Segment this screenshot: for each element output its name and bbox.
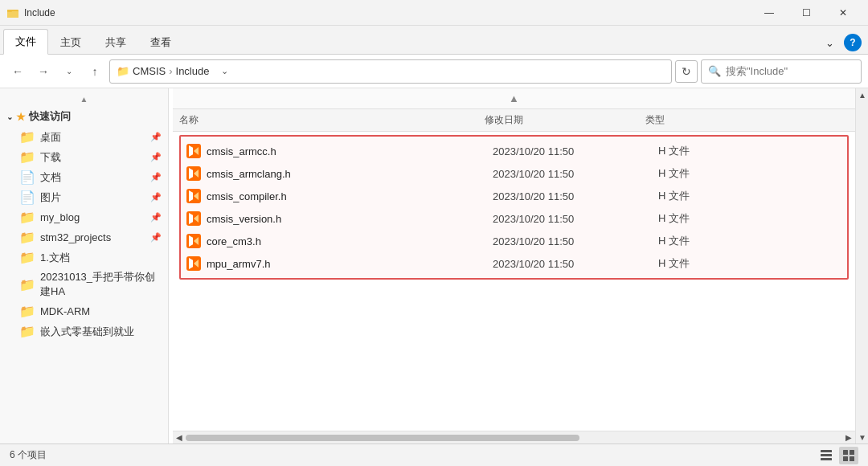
details-view-button[interactable]: [817, 447, 836, 464]
pin-icon-pictures: 📌: [150, 192, 162, 202]
sidebar-item-downloads[interactable]: 📁 下载 📌: [0, 147, 168, 167]
sidebar-quick-access-header[interactable]: ⌄ ★ 快速访问: [0, 106, 168, 127]
back-button[interactable]: ←: [6, 60, 29, 83]
file-date-5: 2023/10/20 11:50: [493, 258, 653, 270]
title-bar: Include — ☐ ✕: [0, 0, 868, 26]
sublime-text-icon: [186, 211, 201, 226]
sidebar-item-doc1[interactable]: 📁 1.文档: [0, 247, 168, 268]
file-type-2: H 文件: [658, 189, 842, 203]
col-type-header[interactable]: 类型: [645, 113, 849, 127]
tab-view[interactable]: 查看: [138, 30, 183, 55]
address-box[interactable]: 📁 CMSIS › Include ⌄: [109, 59, 672, 84]
sidebar-item-20231013[interactable]: 📁 20231013_手把手带你创建HA: [0, 268, 168, 301]
table-row[interactable]: cmsis_compiler.h 2023/10/20 11:50 H 文件: [181, 185, 847, 207]
address-dropdown-button[interactable]: ⌄: [215, 60, 233, 83]
file-type-0: H 文件: [658, 144, 842, 158]
hscroll-thumb[interactable]: [186, 435, 579, 441]
file-area: ▲ 名称 修改日期 类型 cmsis_armcc.h 2023/10/20 11…: [173, 88, 855, 444]
pin-icon-documents: 📌: [150, 172, 162, 182]
sidebar-item-embedded[interactable]: 📁 嵌入式零基础到就业: [0, 321, 168, 341]
search-box[interactable]: 🔍: [701, 59, 862, 84]
sidebar-item-label-20231013: 20231013_手把手带你创建HA: [40, 270, 162, 299]
sidebar-item-stm32[interactable]: 📁 stm32_projects 📌: [0, 227, 168, 247]
sublime-text-icon: [186, 166, 201, 181]
ribbon-collapse-button[interactable]: ⌄: [818, 31, 841, 54]
tab-home[interactable]: 主页: [48, 30, 93, 55]
vertical-scrollbar[interactable]: ▲ ▼: [855, 88, 868, 444]
col-name-header[interactable]: 名称: [179, 113, 485, 127]
quick-access-arrow: ⌄: [6, 112, 13, 121]
svg-rect-9: [850, 456, 854, 461]
tab-share[interactable]: 共享: [93, 30, 138, 55]
pin-icon-stm32: 📌: [150, 232, 162, 243]
sort-arrow-up[interactable]: ▲: [179, 92, 849, 104]
file-name-3: cmsis_version.h: [207, 213, 488, 225]
sidebar-item-label-stm32: stm32_projects: [40, 231, 111, 243]
maximize-button[interactable]: ☐: [788, 0, 825, 26]
folder-icon-myblog: 📁: [19, 210, 35, 225]
svg-rect-7: [850, 450, 854, 455]
sidebar-item-desktop[interactable]: 📁 桌面 📌: [0, 127, 168, 147]
col-date-header[interactable]: 修改日期: [485, 113, 645, 127]
file-type-1: H 文件: [658, 166, 842, 181]
address-folder-icon: 📁: [117, 65, 129, 77]
table-row[interactable]: mpu_armv7.h 2023/10/20 11:50 H 文件: [181, 252, 847, 275]
search-input[interactable]: [726, 65, 861, 77]
help-button[interactable]: ?: [844, 34, 862, 51]
file-name-4: core_cm3.h: [207, 235, 488, 247]
sidebar-scroll-up[interactable]: ▲: [0, 92, 168, 106]
sublime-text-icon: [186, 256, 201, 271]
hscroll-right-button[interactable]: ▶: [842, 431, 855, 444]
vscroll-down-button[interactable]: ▼: [856, 431, 868, 444]
breadcrumb-cmsis[interactable]: CMSIS: [133, 65, 166, 77]
main-area: ▲ ⌄ ★ 快速访问 📁 桌面 📌 📁 下载 📌 📄 文档 📌 📄 图片 📌 �: [0, 88, 868, 444]
file-name-2: cmsis_compiler.h: [207, 190, 488, 202]
folder-icon-title: [6, 6, 19, 19]
sidebar-item-pictures[interactable]: 📄 图片 📌: [0, 187, 168, 207]
sidebar-item-documents[interactable]: 📄 文档 📌: [0, 167, 168, 187]
sidebar: ▲ ⌄ ★ 快速访问 📁 桌面 📌 📁 下载 📌 📄 文档 📌 📄 图片 📌 �: [0, 88, 169, 444]
table-row[interactable]: cmsis_version.h 2023/10/20 11:50 H 文件: [181, 207, 847, 230]
up-button[interactable]: ↑: [84, 60, 106, 83]
hscroll-track[interactable]: [186, 431, 842, 444]
ribbon-right-controls: ⌄ ?: [818, 31, 868, 54]
sidebar-item-myblog[interactable]: 📁 my_blog 📌: [0, 207, 168, 227]
tiles-view-button[interactable]: [839, 447, 858, 464]
file-date-4: 2023/10/20 11:50: [493, 235, 653, 247]
svg-rect-8: [843, 456, 848, 461]
sidebar-item-label-mdkarm: MDK-ARM: [40, 305, 90, 317]
file-icon-4: [186, 233, 202, 249]
sidebar-item-label-downloads: 下载: [40, 150, 61, 165]
table-row[interactable]: core_cm3.h 2023/10/20 11:50 H 文件: [181, 230, 847, 252]
svg-rect-1: [7, 11, 18, 18]
pin-icon-myblog: 📌: [150, 212, 162, 223]
file-date-0: 2023/10/20 11:50: [493, 145, 653, 157]
file-name-0: cmsis_armcc.h: [207, 145, 488, 157]
file-icon-0: [186, 143, 202, 159]
minimize-button[interactable]: —: [751, 0, 788, 26]
svg-rect-6: [843, 450, 848, 455]
table-row[interactable]: cmsis_armcc.h 2023/10/20 11:50 H 文件: [181, 140, 847, 162]
file-icon-5: [186, 255, 202, 272]
pin-icon-desktop: 📌: [150, 132, 162, 142]
selection-box: cmsis_armcc.h 2023/10/20 11:50 H 文件 cmsi…: [179, 135, 849, 280]
forward-button[interactable]: →: [32, 60, 55, 83]
sidebar-item-label-desktop: 桌面: [40, 130, 61, 145]
horizontal-scrollbar[interactable]: ◀ ▶: [173, 431, 855, 444]
table-row[interactable]: cmsis_armclang.h 2023/10/20 11:50 H 文件: [181, 162, 847, 185]
close-button[interactable]: ✕: [825, 0, 862, 26]
file-date-2: 2023/10/20 11:50: [493, 190, 653, 202]
sidebar-item-label-doc1: 1.文档: [40, 251, 70, 265]
recent-locations-button[interactable]: ⌄: [58, 60, 80, 83]
sidebar-item-mdkarm[interactable]: 📁 MDK-ARM: [0, 301, 168, 321]
folder-icon-20231013: 📁: [19, 277, 35, 292]
vscroll-up-button[interactable]: ▲: [856, 88, 868, 101]
hscroll-left-button[interactable]: ◀: [173, 431, 186, 444]
file-date-1: 2023/10/20 11:50: [493, 168, 653, 180]
folder-icon-mdkarm: 📁: [19, 304, 35, 319]
refresh-button[interactable]: ↻: [675, 60, 698, 83]
tab-file[interactable]: 文件: [3, 29, 48, 55]
vscroll-track[interactable]: [856, 101, 868, 431]
breadcrumb-include[interactable]: Include: [176, 65, 210, 77]
folder-icon-doc1: 📁: [19, 250, 35, 265]
